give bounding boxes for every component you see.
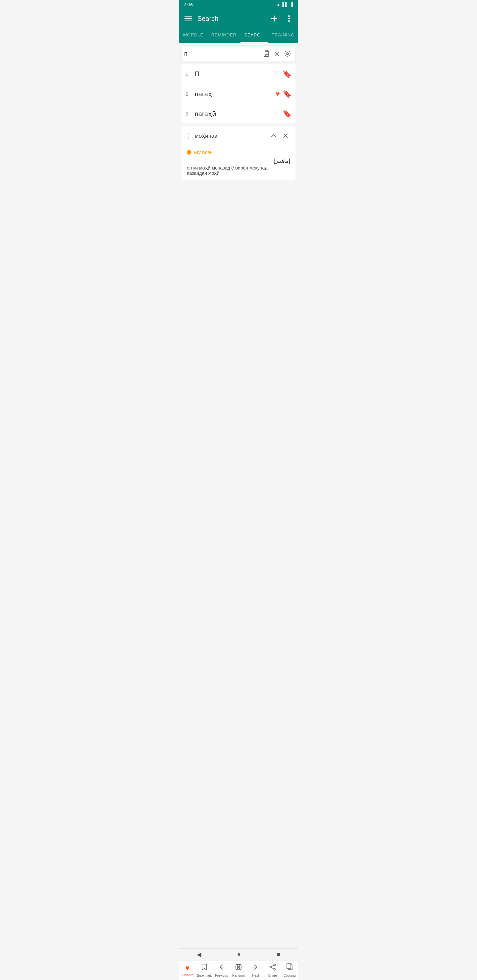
favorite-icon-2[interactable]: ♥ xyxy=(276,90,280,98)
clipboard-button[interactable] xyxy=(261,48,272,60)
my-note-label: My note xyxy=(194,149,212,155)
tab-training[interactable]: TRAINING xyxy=(268,28,298,43)
svg-rect-9 xyxy=(265,50,268,52)
status-bar: 2:16 ▲ ▌▌ ▐ xyxy=(179,0,298,9)
word-item-3[interactable]: 3 пагаҳӣ ♡ 🔖 xyxy=(182,104,295,124)
svg-point-7 xyxy=(288,20,290,22)
bookmark-icon-3[interactable]: 🔖 xyxy=(282,110,292,118)
tab-bar: WORDLE REMINDER SEARCH TRAINING QUIZ xyxy=(179,28,298,43)
battery-icon: ▐ xyxy=(290,2,293,7)
word-text-1: П xyxy=(195,70,273,78)
favorite-icon-1[interactable]: ♡ xyxy=(273,70,280,78)
signal-icon: ▌▌ xyxy=(282,2,288,7)
menu-button[interactable] xyxy=(182,12,195,25)
svg-rect-0 xyxy=(185,16,192,17)
add-button[interactable] xyxy=(268,12,281,25)
my-note-row: My note xyxy=(187,149,290,155)
panel-collapse-button[interactable] xyxy=(268,130,279,142)
definition-text: он ки моҳӣ мепазад ё бирён мекунад, паза… xyxy=(187,165,290,176)
word-num-3: 3 xyxy=(185,111,195,116)
bookmark-icon-2[interactable]: 🔖 xyxy=(282,90,292,98)
svg-point-15 xyxy=(287,52,289,55)
panel-menu-dots[interactable]: ⋮ xyxy=(185,132,192,140)
settings-button[interactable] xyxy=(282,48,293,60)
favorite-icon-3[interactable]: ♡ xyxy=(273,110,280,118)
panel-word: моҳипаз xyxy=(195,132,268,139)
svg-rect-2 xyxy=(185,21,192,21)
word-item-1[interactable]: 1 П ♡ 🔖 xyxy=(182,64,295,84)
tab-search[interactable]: SEARCH xyxy=(241,28,268,43)
svg-point-5 xyxy=(288,15,290,17)
word-list: 1 П ♡ 🔖 2 пагаҳ ♥ 🔖 3 пагаҳӣ ♡ 🔖 xyxy=(182,64,295,124)
panel-header: ⋮ моҳипаз xyxy=(182,126,295,145)
word-text-2: пагаҳ xyxy=(195,90,276,98)
clear-button[interactable] xyxy=(272,48,282,60)
definition-arabic: [ماهیپز] xyxy=(187,158,290,164)
svg-point-6 xyxy=(288,18,290,19)
app-bar-actions xyxy=(268,12,295,25)
panel-content: My note [ماهیپز] он ки моҳӣ мепазад ё би… xyxy=(182,145,295,180)
svg-rect-1 xyxy=(185,18,192,19)
note-dot xyxy=(187,150,191,154)
bottom-panel: ⋮ моҳипаз My note [ماهیپز] он ки моҳӣ ме… xyxy=(182,126,295,180)
search-bar xyxy=(182,46,295,62)
tab-reminder[interactable]: REMINDER xyxy=(207,28,241,43)
bookmark-icon-1[interactable]: 🔖 xyxy=(282,70,292,78)
panel-close-button[interactable] xyxy=(279,130,292,142)
search-input[interactable] xyxy=(184,50,261,57)
status-icons: ▲ ▌▌ ▐ xyxy=(277,2,293,7)
word-actions-3: ♡ 🔖 xyxy=(273,110,292,118)
word-text-3: пагаҳӣ xyxy=(195,110,273,118)
word-actions-2: ♥ 🔖 xyxy=(276,90,292,98)
word-actions-1: ♡ 🔖 xyxy=(273,70,292,78)
wifi-icon: ▲ xyxy=(277,2,281,7)
more-button[interactable] xyxy=(282,12,295,25)
tab-wordle[interactable]: WORDLE xyxy=(179,28,207,43)
word-num-1: 1 xyxy=(185,72,195,77)
word-num-2: 2 xyxy=(185,91,195,97)
app-title: Search xyxy=(198,15,268,22)
status-time: 2:16 xyxy=(184,2,193,7)
app-bar: Search xyxy=(179,9,298,28)
word-item-2[interactable]: 2 пагаҳ ♥ 🔖 xyxy=(182,84,295,104)
